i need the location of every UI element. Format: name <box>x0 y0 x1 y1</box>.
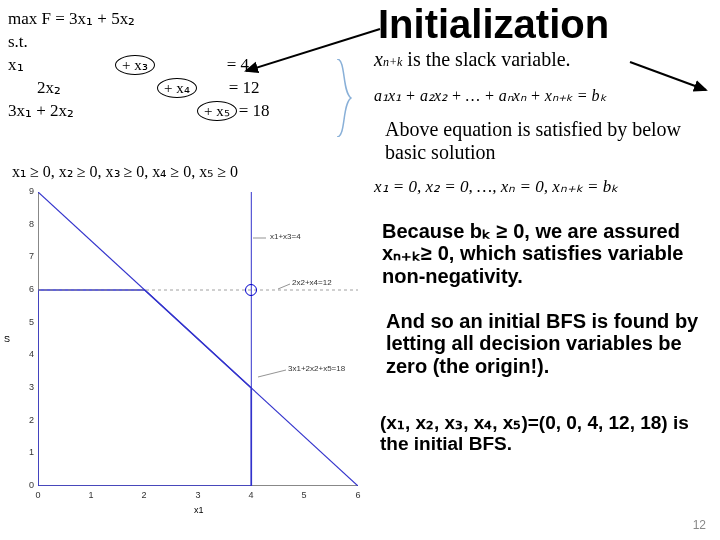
constraints-brace <box>334 59 352 137</box>
arrow-to-equation <box>626 40 716 95</box>
constraint-1: x₁ + x₃ = 4 <box>8 54 358 77</box>
slack-var-x3: + x₃ <box>115 55 155 75</box>
svg-line-4 <box>38 192 358 486</box>
intersection-marker <box>245 284 257 296</box>
objective-row: max F = 3x₁ + 5x₂ <box>8 8 358 31</box>
slack-var-x5: + x₅ <box>197 101 237 121</box>
annotation-c3: 3x1+2x2+x5=18 <box>288 364 345 373</box>
constraint-2: 2x₂ + x₄ = 12 <box>8 77 358 100</box>
nonnegativity: x₁ ≥ 0, x₂ ≥ 0, x₃ ≥ 0, x₄ ≥ 0, x₅ ≥ 0 <box>12 162 238 181</box>
basic-solution: x₁ = 0, x₂ = 0, …, xₙ = 0, xₙ₊ₖ = bₖ <box>374 176 618 197</box>
satisfied-statement: Above equation is satisfied by below bas… <box>385 118 705 164</box>
slack-var-x4: + x₄ <box>157 78 197 98</box>
page-number: 12 <box>693 518 706 532</box>
y-axis-title: S <box>4 334 10 344</box>
annotation-c1: x1+x3=4 <box>270 232 301 241</box>
because-paragraph: Because bₖ ≥ 0, we are assured xₙ₊ₖ≥ 0, … <box>382 220 712 287</box>
lp-formulation: max F = 3x₁ + 5x₂ s.t. x₁ + x₃ = 4 2x₂ +… <box>8 8 358 123</box>
page-title: Initialization <box>378 2 609 47</box>
svg-line-6 <box>278 284 290 289</box>
subject-to-label: s.t. <box>8 31 358 54</box>
annotation-c2: 2x2+x4=12 <box>292 278 332 287</box>
initial-bfs-values: (x₁, x₂, x₃, x₄, x₅)=(0, 0, 4, 12, 18) i… <box>380 412 710 455</box>
svg-line-1 <box>630 62 706 90</box>
general-constraint-equation: a₁x₁ + a₂x₂ + … + aₙxₙ + xₙ₊ₖ = bₖ <box>374 86 607 105</box>
svg-line-7 <box>258 370 286 377</box>
feasible-region-chart: 0 1 2 3 4 5 6 7 8 9 0 1 2 3 4 5 6 x1 S x… <box>4 184 372 528</box>
x-axis-title: x1 <box>194 505 204 515</box>
slack-variable-text: xn+k is the slack variable. <box>374 48 571 71</box>
initial-bfs-paragraph: And so an initial BFS is found by lettin… <box>386 310 711 377</box>
chart-lines <box>38 192 358 486</box>
constraint-3: 3x₁ + 2x₂ + x₅ = 18 <box>8 100 358 123</box>
